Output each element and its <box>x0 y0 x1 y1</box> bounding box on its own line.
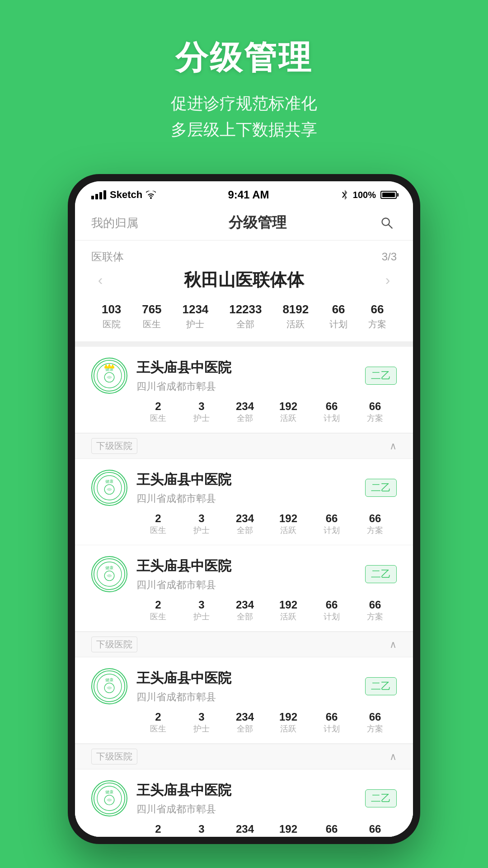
hospital-logo-4: 健康 <box>91 668 127 704</box>
stat-doctors-label: 医生 <box>143 318 161 330</box>
phone-screen: Sketch 9:41 AM 100% <box>75 181 413 837</box>
hospital-logo-svg-3: 健康 <box>93 558 126 590</box>
hospital-list: 健康 王头庙县中医院 四 <box>75 347 413 837</box>
alliance-stats-row: 103 医院 765 医生 1234 护士 12233 全部 <box>91 299 397 332</box>
nav-bar: 我的归属 分级管理 <box>75 206 413 241</box>
hospital-card-5[interactable]: 健康 王头庙县中医院 四川省成都市郫县 二乙 <box>75 769 413 837</box>
stat-nurses: 1234 护士 <box>182 302 208 330</box>
hospital-card-3[interactable]: 健康 王头庙县中医院 四川省成都市郫县 二乙 <box>75 545 413 632</box>
battery-icon <box>380 191 397 199</box>
signal-bar-2 <box>95 194 98 199</box>
sub-label-2: 下级医院 <box>91 637 137 652</box>
hospital-name-5: 王头庙县中医院 <box>136 781 356 800</box>
search-button[interactable] <box>377 213 397 233</box>
svg-text:健康: 健康 <box>105 678 113 682</box>
hospital-stats-1: 2 医生 3 护士 234 全部 192 活跃 <box>136 400 397 424</box>
collapse-icon-1[interactable]: ∧ <box>389 440 397 452</box>
hospital-badge-4: 二乙 <box>365 677 397 695</box>
bluetooth-icon <box>341 190 348 200</box>
h1-stat-all: 234 全部 <box>223 400 267 424</box>
hospital-info-1: 王头庙县中医院 四川省成都市郫县 <box>136 359 356 393</box>
svg-line-1 <box>389 225 392 228</box>
hospital-logo-2: 健康 <box>91 470 127 506</box>
hospital-logo-3: 健康 <box>91 556 127 592</box>
status-left: Sketch <box>91 189 156 201</box>
hospital-logo-5: 健康 <box>91 780 127 816</box>
stat-nurses-label: 护士 <box>186 318 204 330</box>
stat-active-label: 活跃 <box>286 318 305 330</box>
back-button[interactable]: 我的归属 <box>91 215 138 231</box>
hospital-name-3: 王头庙县中医院 <box>136 557 356 576</box>
sub-label-3: 下级医院 <box>91 749 137 764</box>
sub-divider-3[interactable]: 下级医院 ∧ <box>75 744 413 769</box>
hospital-name-1: 王头庙县中医院 <box>136 359 356 377</box>
stat-scheme-label: 方案 <box>368 318 386 330</box>
stat-plan-label: 计划 <box>329 318 347 330</box>
hospital-card-1[interactable]: 健康 王头庙县中医院 四 <box>75 347 413 433</box>
h1-stat-doctors: 2 医生 <box>136 400 180 424</box>
battery-container <box>380 191 397 199</box>
svg-text:健康: 健康 <box>105 566 113 570</box>
alliance-card: 医联体 3/3 ‹ 秋田山医联体体 › 103 医院 765 医生 <box>75 241 413 341</box>
stat-hospitals-label: 医院 <box>103 318 121 330</box>
stat-plan: 66 计划 <box>329 302 347 330</box>
sub-divider-1[interactable]: 下级医院 ∧ <box>75 433 413 459</box>
alliance-page: 3/3 <box>382 250 397 263</box>
hospital-badge-5: 二乙 <box>365 789 397 807</box>
hospital-name-4: 王头庙县中医院 <box>136 669 356 688</box>
alliance-name: 秋田山医联体体 <box>109 269 379 292</box>
hospital-main-1: 健康 王头庙县中医院 四 <box>91 358 397 394</box>
prev-arrow[interactable]: ‹ <box>91 272 109 288</box>
collapse-icon-3[interactable]: ∧ <box>389 751 397 763</box>
sub-divider-2[interactable]: 下级医院 ∧ <box>75 632 413 657</box>
hospital-main-3: 健康 王头庙县中医院 四川省成都市郫县 二乙 <box>91 556 397 592</box>
stat-plan-value: 66 <box>332 302 345 316</box>
h1-stat-scheme: 66 方案 <box>353 400 397 424</box>
hospital-logo-svg-4: 健康 <box>93 670 126 703</box>
stat-nurses-value: 1234 <box>182 302 208 316</box>
battery-percent: 100% <box>353 190 376 200</box>
wifi-icon <box>146 191 156 199</box>
hospital-address-5: 四川省成都市郫县 <box>136 802 356 816</box>
hospital-stats-3: 2 医生 3 护士 234 全部 192 活跃 <box>136 599 397 622</box>
stat-doctors: 765 医生 <box>142 302 161 330</box>
hospital-info-4: 王头庙县中医院 四川省成都市郫县 <box>136 669 356 704</box>
hospital-name-2: 王头庙县中医院 <box>136 471 356 489</box>
signal-bar-1 <box>91 196 94 199</box>
stat-hospitals: 103 医院 <box>102 302 121 330</box>
next-arrow[interactable]: › <box>379 272 397 288</box>
hospital-main-2: 健康 王头庙县中医院 四川省成都市郫县 二乙 <box>91 470 397 506</box>
stat-scheme: 66 方案 <box>368 302 386 330</box>
content-area: 医联体 3/3 ‹ 秋田山医联体体 › 103 医院 765 医生 <box>75 241 413 837</box>
hospital-badge-1: 二乙 <box>365 367 397 385</box>
carrier-label: Sketch <box>110 189 142 201</box>
search-icon <box>380 217 393 229</box>
hospital-card-4[interactable]: 健康 王头庙县中医院 四川省成都市郫县 二乙 <box>75 657 413 744</box>
collapse-icon-2[interactable]: ∧ <box>389 639 397 651</box>
h1-stat-active: 192 活跃 <box>267 400 310 424</box>
alliance-header: 医联体 3/3 <box>91 250 397 264</box>
h1-stat-nurses: 3 护士 <box>180 400 223 424</box>
svg-rect-9 <box>104 367 114 368</box>
hospital-address-4: 四川省成都市郫县 <box>136 690 356 704</box>
hospital-logo-svg-1: 健康 <box>93 359 126 392</box>
stat-hospitals-value: 103 <box>102 302 121 316</box>
hospital-info-2: 王头庙县中医院 四川省成都市郫县 <box>136 471 356 505</box>
hospital-stats-4: 2 医生 3 护士 234 全部 192 活跃 <box>136 711 397 734</box>
alliance-nav: ‹ 秋田山医联体体 › <box>91 269 397 292</box>
hospital-badge-3: 二乙 <box>365 565 397 583</box>
sub-label-1: 下级医院 <box>91 438 137 454</box>
page-subtitle: 促进诊疗规范标准化 多层级上下数据共享 <box>18 90 470 142</box>
stat-doctors-value: 765 <box>142 302 161 316</box>
status-right: 100% <box>341 190 397 200</box>
hospital-address-2: 四川省成都市郫县 <box>136 492 356 505</box>
hospital-badge-2: 二乙 <box>365 479 397 497</box>
hospital-main-4: 健康 王头庙县中医院 四川省成都市郫县 二乙 <box>91 668 397 704</box>
hospital-card-2[interactable]: 健康 王头庙县中医院 四川省成都市郫县 二乙 <box>75 459 413 545</box>
stat-active-value: 8192 <box>282 302 309 316</box>
hospital-info-3: 王头庙县中医院 四川省成都市郫县 <box>136 557 356 592</box>
phone-frame: Sketch 9:41 AM 100% <box>68 174 420 844</box>
signal-bar-4 <box>103 190 106 199</box>
signal-bars <box>91 190 106 199</box>
signal-bar-3 <box>99 192 102 199</box>
